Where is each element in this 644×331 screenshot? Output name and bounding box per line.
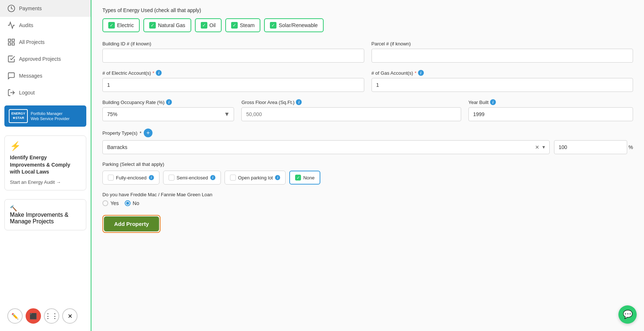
freddie-yes-option[interactable]: Yes: [102, 200, 119, 206]
parking-open-lot[interactable]: Open parking lot i: [225, 171, 286, 185]
sidebar-item-messages[interactable]: Messages: [0, 67, 91, 84]
parking-section: Parking (Select all that apply) Fully-en…: [102, 161, 633, 185]
parcel-label: Parcel # (if known): [372, 41, 633, 47]
audits-icon: [7, 21, 15, 29]
gross-floor-info-icon[interactable]: i: [296, 99, 302, 105]
building-id-label: Building ID # (if known): [102, 41, 364, 47]
svg-rect-4: [12, 43, 14, 45]
freddie-mac-label: Do you have Freddie Mac / Fannie Mae Gre…: [102, 192, 633, 197]
gas-accounts-input[interactable]: [372, 78, 633, 92]
occupancy-info-icon[interactable]: i: [166, 99, 172, 105]
fully-enclosed-checkbox[interactable]: [108, 175, 114, 181]
approved-projects-icon: [7, 55, 15, 63]
close-toolbar-button[interactable]: ✕: [62, 308, 78, 324]
semi-enclosed-info-icon[interactable]: i: [210, 175, 215, 180]
close-icon: ✕: [68, 313, 72, 320]
record-toolbar-button[interactable]: ⬛: [26, 308, 41, 324]
property-percentage-input[interactable]: [554, 140, 627, 154]
sidebar-item-approved-projects[interactable]: Approved Projects: [0, 51, 91, 67]
freddie-no-option[interactable]: No: [125, 200, 139, 206]
messages-label: Messages: [19, 73, 42, 79]
semi-enclosed-checkbox[interactable]: [169, 175, 174, 181]
parcel-input[interactable]: [372, 49, 633, 63]
audits-label: Audits: [19, 22, 33, 28]
start-energy-audit-link[interactable]: Start an Energy Audit →: [10, 179, 81, 185]
payments-icon: [7, 4, 15, 12]
occupancy-select[interactable]: 25% 50% 75% 100%: [102, 107, 234, 121]
electric-accounts-input[interactable]: [102, 78, 364, 92]
property-type-dropdown-arrow: ▼: [542, 145, 546, 150]
hammer-icon: 🔨: [10, 205, 81, 212]
parking-none[interactable]: ✓ None: [289, 171, 320, 185]
freddie-no-radio[interactable]: [125, 200, 131, 206]
energy-star-logo: ENERGY ★STAR: [9, 109, 28, 123]
parking-options-group: Fully-enclosed i Semi-enclosed i Open pa…: [102, 171, 633, 185]
year-built-group: Year Built i: [468, 99, 633, 121]
svg-rect-1: [8, 39, 11, 41]
messages-icon: [7, 72, 15, 80]
energy-type-natural-gas[interactable]: ✓ Natural Gas: [143, 18, 191, 32]
svg-rect-2: [12, 39, 14, 41]
edit-toolbar-button[interactable]: ✏️: [7, 308, 23, 324]
grid-toolbar-button[interactable]: ⋮⋮: [44, 308, 59, 324]
edit-icon: ✏️: [11, 313, 19, 320]
gas-accounts-info-icon[interactable]: i: [418, 70, 424, 76]
property-type-clear-icon[interactable]: ✕: [535, 144, 539, 150]
all-projects-icon: [7, 38, 15, 46]
chat-button[interactable]: 💬: [618, 305, 637, 324]
year-built-input[interactable]: [468, 107, 633, 121]
gas-accounts-label: # of Gas Account(s) * i: [372, 70, 633, 76]
building-id-input[interactable]: [102, 49, 364, 63]
natural-gas-check: ✓: [149, 22, 156, 29]
fully-enclosed-info-icon[interactable]: i: [149, 175, 154, 180]
energy-star-text: Portfolio Manager Web Service Provider: [31, 111, 69, 122]
electric-accounts-info-icon[interactable]: i: [156, 70, 162, 76]
year-built-info-icon[interactable]: i: [490, 99, 496, 105]
all-projects-label: All Projects: [19, 39, 45, 45]
sidebar-item-logout[interactable]: Logout: [0, 84, 91, 101]
promo-card-improvements: 🔨 Make Improvements & Manage Projects: [4, 199, 86, 230]
building-details-row: Building Occupancy Rate (%) i 25% 50% 75…: [102, 99, 633, 121]
property-type-section: Property Type(s) * + Barracks ✕ ▼ %: [102, 129, 633, 154]
gross-floor-input[interactable]: [241, 107, 461, 121]
open-lot-checkbox[interactable]: [230, 175, 236, 181]
gross-floor-label: Gross Floor Area (Sq.Ft.) i: [241, 99, 461, 105]
add-property-type-button[interactable]: +: [144, 129, 152, 137]
percent-symbol: %: [629, 144, 633, 150]
freddie-radio-group: Yes No: [102, 200, 633, 206]
percentage-wrapper: %: [554, 140, 633, 154]
energy-types-label: Types of Energy Used (check all that app…: [102, 7, 633, 13]
electric-check: ✓: [108, 22, 115, 29]
none-checkbox[interactable]: ✓: [295, 175, 301, 181]
sidebar-item-all-projects[interactable]: All Projects: [0, 34, 91, 51]
solar-check: ✓: [270, 22, 276, 29]
sidebar-item-audits[interactable]: Audits: [0, 17, 91, 34]
add-property-button[interactable]: Add Property: [104, 216, 159, 231]
energy-type-solar[interactable]: ✓ Solar/Renewable: [264, 18, 324, 32]
parking-semi-enclosed[interactable]: Semi-enclosed i: [163, 171, 221, 185]
property-type-label: Property Type(s) * +: [102, 129, 633, 137]
sidebar-item-payments[interactable]: Payments: [0, 0, 91, 17]
bottom-toolbar: ✏️ ⬛ ⋮⋮ ✕: [7, 308, 78, 324]
property-type-select-wrapper: Barracks ✕ ▼: [102, 140, 550, 154]
lightning-icon: ⚡: [10, 141, 81, 151]
occupancy-label: Building Occupancy Rate (%) i: [102, 99, 234, 105]
open-lot-info-icon[interactable]: i: [275, 175, 280, 180]
energy-type-oil[interactable]: ✓ Oil: [195, 18, 222, 32]
freddie-yes-radio[interactable]: [102, 200, 108, 206]
parking-label: Parking (Select all that apply): [102, 161, 633, 167]
building-parcel-row: Building ID # (if known) Parcel # (if kn…: [102, 41, 633, 63]
gas-accounts-group: # of Gas Account(s) * i: [372, 70, 633, 92]
energy-type-electric[interactable]: ✓ Electric: [102, 18, 140, 32]
occupancy-select-wrapper: 25% 50% 75% 100% ▼: [102, 107, 234, 121]
occupancy-group: Building Occupancy Rate (%) i 25% 50% 75…: [102, 99, 234, 121]
property-type-select[interactable]: Barracks: [102, 140, 550, 154]
electric-accounts-group: # of Electric Account(s) * i: [102, 70, 364, 92]
add-property-container: Add Property: [102, 215, 161, 233]
promo1-title: Identify Energy Improvements & Comply wi…: [10, 154, 81, 176]
accounts-row: # of Electric Account(s) * i # of Gas Ac…: [102, 70, 633, 92]
energy-type-steam[interactable]: ✓ Steam: [225, 18, 260, 32]
payments-label: Payments: [19, 5, 42, 11]
promo2-title: Make Improvements & Manage Projects: [10, 212, 81, 225]
parking-fully-enclosed[interactable]: Fully-enclosed i: [102, 171, 159, 185]
